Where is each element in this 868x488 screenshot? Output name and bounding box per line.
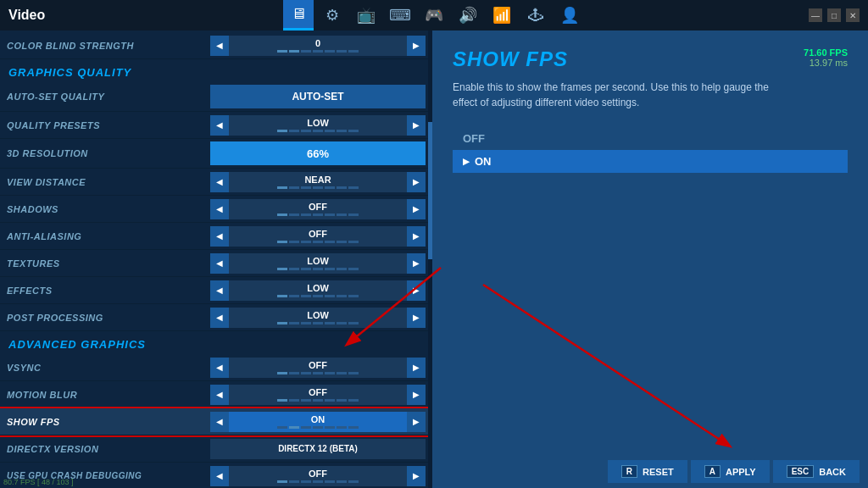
setting-row-textures: TEXTURES ◀ LOW ▶ [0, 250, 432, 277]
post-processing-right-arrow[interactable]: ▶ [407, 308, 426, 328]
label-effects: EFFECTS [7, 286, 210, 296]
anti-aliasing-value: OFF [229, 226, 407, 247]
gpu-crash-right-arrow[interactable]: ▶ [407, 466, 426, 486]
vsync-left-arrow[interactable]: ◀ [210, 358, 229, 378]
close-button[interactable]: ✕ [846, 8, 860, 22]
setting-row-vsync: VSYNC ◀ OFF ▶ [0, 354, 432, 381]
fps-debug: 80.7 FPS [ 48 / 103 ] [3, 478, 74, 486]
gpu-crash-left-arrow[interactable]: ◀ [210, 466, 229, 486]
setting-control-color-blind: ◀ 0 ▶ [210, 36, 426, 56]
maximize-button[interactable]: □ [827, 8, 841, 22]
textures-left-arrow[interactable]: ◀ [210, 253, 229, 274]
motion-blur-left-arrow[interactable]: ◀ [210, 385, 229, 405]
setting-row-color-blind: COLOR BLIND STRENGTH ◀ 0 ▶ [0, 32, 432, 59]
shadows-dots [277, 214, 359, 216]
3d-resolution-bar[interactable]: 66% [210, 141, 426, 165]
nav-keyboard[interactable]: ⌨ [385, 0, 415, 30]
effects-dots [277, 295, 359, 297]
svg-line-2 [483, 285, 729, 446]
setting-row-3d-resolution: 3D RESOLUTION 66% [0, 139, 432, 169]
color-blind-dots [277, 50, 359, 53]
setting-row-directx: DIRECTX VERSION DIRECTX 12 (BETA) [0, 435, 432, 463]
title-bar: Video 🖥 ⚙ 📺 ⌨ 🎮 🔊 📶 🕹 👤 — □ ✕ [0, 0, 868, 30]
control-motion-blur: ◀ OFF ▶ [210, 385, 426, 405]
option-list: OFF ON [453, 127, 848, 173]
reset-button[interactable]: R RESET [608, 460, 687, 483]
label-quality-presets: QUALITY PRESETS [7, 120, 210, 130]
reset-key: R [621, 465, 637, 478]
show-fps-right-arrow[interactable]: ▶ [407, 412, 426, 432]
nav-network[interactable]: 📶 [487, 0, 517, 30]
quality-presets-dots [277, 130, 359, 132]
post-processing-value: LOW [229, 308, 407, 328]
nav-controller[interactable]: 🕹 [520, 0, 551, 30]
detail-description: Enable this to show the frames per secon… [453, 80, 775, 110]
vsync-right-arrow[interactable]: ▶ [407, 358, 426, 378]
post-processing-dots [277, 322, 359, 324]
label-auto-set-quality: AUTO-SET QUALITY [7, 92, 210, 102]
quality-presets-value: LOW [229, 115, 407, 136]
view-distance-value: NEAR [229, 172, 407, 192]
color-blind-right-arrow[interactable]: ▶ [407, 36, 426, 56]
nav-display[interactable]: 🖥 [283, 0, 314, 30]
control-quality-presets: ◀ LOW ▶ [210, 115, 426, 136]
motion-blur-dots [277, 399, 359, 402]
color-blind-value: 0 [229, 36, 407, 56]
show-fps-left-arrow[interactable]: ◀ [210, 412, 229, 432]
view-distance-right-arrow[interactable]: ▶ [407, 172, 426, 192]
motion-blur-right-arrow[interactable]: ▶ [407, 385, 426, 405]
color-blind-left-arrow[interactable]: ◀ [210, 36, 229, 56]
vsync-dots [277, 372, 359, 374]
effects-value: LOW [229, 280, 407, 301]
control-effects: ◀ LOW ▶ [210, 280, 426, 301]
control-textures: ◀ LOW ▶ [210, 253, 426, 274]
view-distance-left-arrow[interactable]: ◀ [210, 172, 229, 192]
gpu-crash-dots [277, 480, 359, 483]
control-auto-set-quality: AUTO-SET [210, 85, 426, 108]
post-processing-left-arrow[interactable]: ◀ [210, 308, 229, 328]
auto-set-button[interactable]: AUTO-SET [210, 85, 426, 108]
label-view-distance: VIEW DISTANCE [7, 177, 210, 187]
nav-settings[interactable]: ⚙ [317, 0, 348, 30]
nav-user[interactable]: 👤 [554, 0, 585, 30]
control-3d-resolution: 66% [210, 141, 426, 165]
option-off[interactable]: OFF [453, 127, 848, 150]
label-shadows: SHADOWS [7, 204, 210, 214]
anti-aliasing-left-arrow[interactable]: ◀ [210, 226, 229, 247]
window-title: Video [8, 8, 45, 23]
shadows-left-arrow[interactable]: ◀ [210, 199, 229, 219]
control-shadows: ◀ OFF ▶ [210, 199, 426, 219]
textures-right-arrow[interactable]: ▶ [407, 253, 426, 274]
back-label: BACK [819, 467, 846, 477]
apply-key: A [704, 465, 721, 478]
setting-row-motion-blur: MOTION BLUR ◀ OFF ▶ [0, 381, 432, 408]
setting-row-auto-set-quality: AUTO-SET QUALITY AUTO-SET [0, 82, 432, 112]
effects-right-arrow[interactable]: ▶ [407, 280, 426, 301]
effects-left-arrow[interactable]: ◀ [210, 280, 229, 301]
motion-blur-value: OFF [229, 385, 407, 405]
setting-row-show-fps: SHOW FPS ◀ ON ▶ [0, 408, 432, 435]
back-button[interactable]: ESC BACK [773, 460, 860, 483]
top-nav: 🖥 ⚙ 📺 ⌨ 🎮 🔊 📶 🕹 👤 [283, 0, 585, 30]
quality-presets-left-arrow[interactable]: ◀ [210, 115, 229, 136]
option-on[interactable]: ON [453, 150, 848, 173]
nav-gamepad[interactable]: 🎮 [419, 0, 449, 30]
right-panel: SHOW FPS Enable this to show the frames … [432, 30, 868, 488]
nav-audio[interactable]: 🔊 [453, 0, 483, 30]
shadows-right-arrow[interactable]: ▶ [407, 199, 426, 219]
advanced-graphics-header: ADVANCED GRAPHICS [0, 331, 432, 354]
view-distance-dots [277, 186, 359, 189]
quality-presets-right-arrow[interactable]: ▶ [407, 115, 426, 136]
anti-aliasing-right-arrow[interactable]: ▶ [407, 226, 426, 247]
minimize-button[interactable]: — [809, 8, 822, 22]
setting-label-color-blind: COLOR BLIND STRENGTH [7, 41, 210, 51]
apply-button[interactable]: A APPLY [691, 460, 770, 483]
left-panel: COLOR BLIND STRENGTH ◀ 0 ▶ GRAPHICS QUAL… [0, 30, 432, 488]
vsync-value: OFF [229, 358, 407, 378]
show-fps-value: ON [229, 412, 407, 432]
nav-monitor[interactable]: 📺 [351, 0, 381, 30]
label-motion-blur: MOTION BLUR [7, 390, 210, 400]
control-view-distance: ◀ NEAR ▶ [210, 172, 426, 192]
window-controls[interactable]: — □ ✕ [809, 8, 860, 22]
apply-label: APPLY [726, 467, 756, 477]
